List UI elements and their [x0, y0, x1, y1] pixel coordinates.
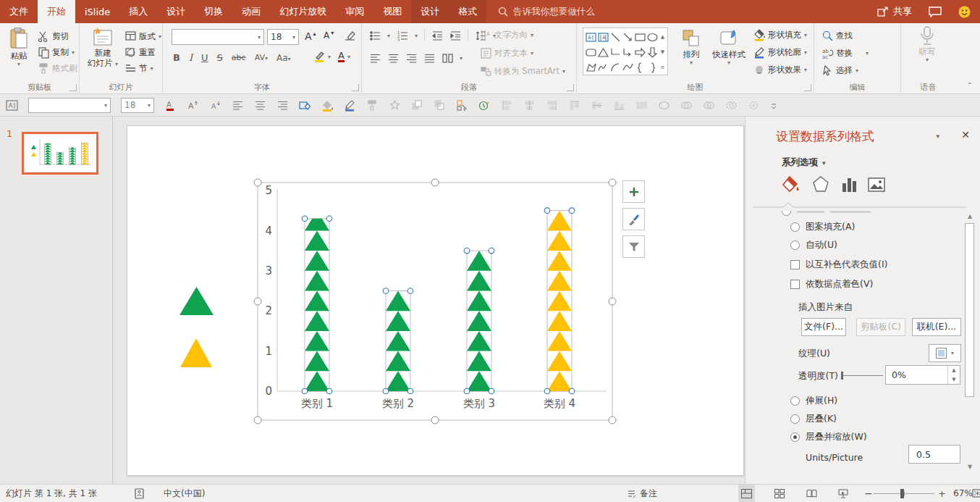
- units-per-picture-input[interactable]: 0.5: [908, 445, 960, 464]
- align-left-button[interactable]: [369, 52, 381, 64]
- chart[interactable]: 012345类别 1类别 2类别 3类别 4: [246, 177, 622, 427]
- font-color-button[interactable]: A▾: [338, 51, 350, 62]
- shape-roundrect[interactable]: [585, 46, 596, 58]
- auto-fill-option[interactable]: 自动(U): [790, 239, 837, 251]
- arrange-button[interactable]: 排列▾: [675, 28, 707, 67]
- shape-freeform[interactable]: [585, 62, 596, 73]
- shape-arc[interactable]: [609, 62, 621, 73]
- shape-scribble[interactable]: [597, 62, 609, 73]
- format-painter-button[interactable]: 格式刷: [38, 62, 77, 74]
- center-objects-icon[interactable]: [523, 99, 536, 112]
- layout-button[interactable]: 版式▾: [124, 30, 161, 42]
- grow-font-button[interactable]: A▴: [305, 30, 316, 42]
- tell-me-search[interactable]: 告诉我你想要做什么: [498, 0, 595, 23]
- textbox-icon[interactable]: A: [6, 99, 18, 112]
- align-objects-icon[interactable]: [501, 99, 513, 112]
- merge-intersect-icon[interactable]: [748, 99, 760, 112]
- bring-forward-icon[interactable]: [411, 99, 423, 112]
- clipboard-dialog-launcher[interactable]: [69, 84, 77, 91]
- shape-arrowline[interactable]: [622, 31, 633, 43]
- find-button[interactable]: 查找: [821, 30, 853, 41]
- picture-tab-icon[interactable]: [866, 175, 887, 195]
- shape-elbowarr[interactable]: [622, 46, 633, 58]
- shape-outline-button[interactable]: 形状轮廓▾: [753, 46, 807, 58]
- invert-negative-option[interactable]: 以互补色代表负值(I): [790, 259, 887, 271]
- quick-styles-button[interactable]: 快速样式▾: [709, 28, 749, 67]
- section-button[interactable]: 节▾: [124, 62, 153, 74]
- subscript-button[interactable]: abc: [232, 53, 246, 62]
- bullets-button[interactable]: [369, 30, 381, 41]
- align-middle-icon[interactable]: [591, 99, 603, 112]
- decrease-indent-button[interactable]: [431, 30, 443, 41]
- tab-开始[interactable]: 开始: [38, 0, 75, 23]
- stack-radio[interactable]: [790, 414, 800, 424]
- comments-button[interactable]: [929, 7, 942, 17]
- insert-online-button[interactable]: 联机(E)...: [912, 318, 961, 336]
- bold-button[interactable]: B: [173, 52, 180, 63]
- pane-close-button[interactable]: ✕: [961, 129, 970, 141]
- tab-视图[interactable]: 视图: [373, 0, 411, 23]
- distribute-icon[interactable]: [546, 99, 558, 112]
- merge-fragment-icon[interactable]: [725, 99, 738, 112]
- normal-view-button[interactable]: [738, 485, 755, 502]
- align-right-icon[interactable]: [276, 99, 289, 112]
- pattern-fill-option[interactable]: 图案填充(A): [790, 221, 855, 233]
- slide-sorter-view-button[interactable]: [771, 485, 787, 502]
- underline-button[interactable]: U: [201, 52, 208, 63]
- increase-indent-button[interactable]: [449, 30, 461, 41]
- paste-button[interactable]: 粘贴 ▾: [4, 28, 33, 68]
- columns-button[interactable]: [442, 52, 453, 64]
- align-center-button[interactable]: [387, 52, 399, 64]
- align-right-button[interactable]: [405, 52, 417, 64]
- shape-braceR[interactable]: [646, 62, 658, 73]
- tab-幻灯片放映[interactable]: 幻灯片放映: [270, 0, 336, 23]
- paragraph-dialog-launcher[interactable]: [567, 84, 574, 91]
- shape-braceL[interactable]: [634, 62, 646, 73]
- shape-triangle[interactable]: [597, 46, 609, 58]
- grow-font-icon[interactable]: A: [187, 99, 199, 112]
- pattern-fill-radio[interactable]: [790, 222, 800, 232]
- select-button[interactable]: 选择▾: [821, 64, 858, 76]
- shape-fill-button[interactable]: 形状填充▾: [753, 29, 807, 41]
- zoom-level[interactable]: 67%: [953, 485, 973, 502]
- shape-line[interactable]: [609, 31, 621, 43]
- new-slide-button[interactable]: 新建 幻灯片 ▾: [85, 28, 120, 69]
- font-name-combo[interactable]: ▾: [172, 29, 264, 45]
- shape-fill-icon[interactable]: [321, 99, 334, 112]
- auto-radio[interactable]: [790, 240, 800, 250]
- transparency-spinbox[interactable]: 0% ▲▼: [885, 365, 960, 385]
- fill-tab-icon[interactable]: [780, 175, 801, 195]
- gallery-scroll-down[interactable]: ▼: [661, 49, 664, 55]
- chart-add-element-button[interactable]: [622, 180, 645, 203]
- align-left-icon[interactable]: [232, 99, 244, 112]
- shrink-font-icon[interactable]: A: [209, 99, 221, 112]
- numbering-button[interactable]: 123: [397, 30, 408, 41]
- gallery-more[interactable]: ≡: [661, 64, 665, 70]
- tab-插入[interactable]: 插入: [119, 0, 157, 23]
- send-backward-icon[interactable]: [434, 99, 446, 112]
- legend-triangles[interactable]: [174, 283, 224, 373]
- slideshow-view-button[interactable]: [835, 485, 851, 502]
- invert-checkbox[interactable]: [790, 260, 800, 269]
- shape-blockright[interactable]: [634, 46, 646, 58]
- align-text-button[interactable]: 对齐文本▾: [480, 47, 533, 59]
- tab-审阅[interactable]: 审阅: [336, 0, 373, 23]
- align-center-icon[interactable]: [254, 99, 266, 112]
- collapse-ribbon-button[interactable]: ⌃: [967, 81, 973, 89]
- shape-outline-icon[interactable]: [344, 99, 356, 112]
- tab-iSlide[interactable]: iSlide: [75, 0, 119, 23]
- text-direction-button[interactable]: A文字方向▾: [480, 29, 533, 41]
- reading-view-button[interactable]: [803, 485, 820, 502]
- series-options-label[interactable]: 系列选项▾: [782, 156, 826, 169]
- shrink-font-button[interactable]: A▾: [324, 30, 334, 41]
- highlight-color-button[interactable]: ▾: [313, 51, 331, 62]
- shape-textbox1[interactable]: A: [585, 31, 596, 43]
- stretch-option[interactable]: 伸展(H): [790, 395, 837, 407]
- smiley-feedback-button[interactable]: [958, 6, 971, 18]
- format-painter-icon[interactable]: [366, 99, 379, 112]
- smartart-button[interactable]: 转换为 SmartArt▾: [480, 65, 565, 77]
- selection-icon[interactable]: [456, 99, 468, 112]
- shape-effects-button[interactable]: 形状效果▾: [753, 64, 807, 75]
- drawing-dialog-launcher[interactable]: [804, 84, 811, 91]
- fit-window-button[interactable]: [972, 485, 980, 502]
